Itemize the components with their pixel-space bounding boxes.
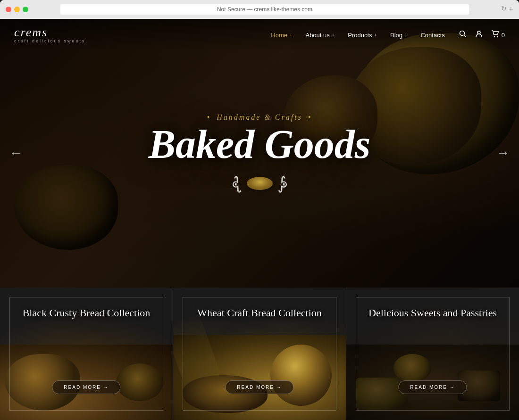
nav-home-label: Home [271, 32, 287, 39]
card1-title: Black Crusty Bread Collection [14, 306, 159, 320]
nav-icons: 0 [459, 30, 505, 40]
card3-btn-label: READ MORE → [410, 385, 455, 390]
user-icon[interactable] [475, 30, 483, 40]
nav-item-home[interactable]: Home + [271, 32, 292, 39]
add-tab-button[interactable]: + [509, 5, 513, 15]
hero-next-button[interactable]: → [496, 146, 510, 161]
nav-item-blog[interactable]: Blog + [390, 32, 407, 39]
logo-name: crems [14, 26, 86, 39]
browser-actions: ↻ + [501, 5, 513, 15]
card-divider-1 [173, 288, 173, 420]
logo-tagline: craft delicious sweets [14, 39, 86, 43]
nav-home-suffix: + [289, 32, 292, 38]
card2-btn-label: READ MORE → [237, 385, 282, 390]
refresh-icon[interactable]: ↻ [501, 5, 507, 15]
card-divider-2 [346, 288, 346, 420]
svg-line-1 [464, 35, 466, 38]
product-card-3[interactable]: Delicious Sweets and Passtries READ MORE… [346, 288, 519, 420]
maximize-button[interactable] [23, 7, 28, 12]
nav-item-about[interactable]: About us + [305, 32, 335, 39]
svg-point-2 [477, 31, 480, 34]
navbar: crems craft delicious sweets Home + Abou… [0, 19, 519, 51]
nav-item-contacts[interactable]: Contacts [420, 32, 444, 39]
card2-read-more-button[interactable]: READ MORE → [225, 380, 293, 394]
card3-read-more-button[interactable]: READ MORE → [398, 380, 467, 394]
traffic-lights [6, 7, 28, 12]
nav-contacts-label: Contacts [420, 32, 444, 39]
hero-decoration: ⨔ ⨔ [118, 173, 401, 193]
card1-read-more-button[interactable]: READ MORE → [52, 380, 120, 394]
arrow-right-icon: → [496, 146, 510, 160]
logo[interactable]: crems craft delicious sweets [14, 26, 86, 43]
address-bar[interactable]: Not Secure — crems.like-themes.com [60, 4, 469, 15]
hero-section: crems craft delicious sweets Home + Abou… [0, 19, 519, 288]
nav-item-products[interactable]: Products + [348, 32, 377, 39]
nav-about-suffix: + [332, 32, 335, 38]
hero-subtitle: Handmade & Crafts [118, 113, 401, 122]
svg-point-4 [497, 36, 498, 37]
nav-blog-label: Blog [390, 32, 402, 39]
card1-content: Black Crusty Bread Collection [0, 306, 173, 320]
product-card-2[interactable]: Wheat Craft Bread Collection READ MORE → [173, 288, 346, 420]
minimize-button[interactable] [14, 7, 20, 12]
products-section: Black Crusty Bread Collection READ MORE … [0, 288, 519, 420]
nav-about-label: About us [305, 32, 329, 39]
card2-title: Wheat Craft Bread Collection [187, 306, 332, 320]
card3-content: Delicious Sweets and Passtries [346, 306, 519, 320]
svg-point-3 [494, 36, 495, 37]
hero-content: Handmade & Crafts Baked Goods ⨔ ⨔ [118, 113, 401, 193]
arrow-left-icon: ← [9, 146, 23, 160]
browser-chrome: Not Secure — crems.like-themes.com ↻ + [0, 0, 519, 19]
card2-content: Wheat Craft Bread Collection [173, 306, 346, 320]
hero-title: Baked Goods [118, 125, 401, 164]
hero-prev-button[interactable]: ← [9, 146, 23, 161]
close-button[interactable] [6, 7, 11, 12]
svg-point-0 [460, 31, 464, 36]
address-text: Not Secure — crems.like-themes.com [217, 6, 312, 13]
bread-loaf-icon [247, 177, 273, 190]
nav-blog-suffix: + [404, 32, 407, 38]
product-card-1[interactable]: Black Crusty Bread Collection READ MORE … [0, 288, 173, 420]
nav-products-label: Products [348, 32, 372, 39]
card3-title: Delicious Sweets and Passtries [360, 306, 505, 320]
nav-links: Home + About us + Products + Blog + Cont… [271, 32, 444, 39]
cart-count: 0 [502, 32, 505, 39]
website: crems craft delicious sweets Home + Abou… [0, 19, 519, 420]
nav-products-suffix: + [374, 32, 377, 38]
card1-btn-label: READ MORE → [64, 385, 109, 390]
cart-icon [491, 30, 500, 40]
search-icon[interactable] [459, 30, 467, 40]
cart-wrapper[interactable]: 0 [491, 30, 505, 40]
